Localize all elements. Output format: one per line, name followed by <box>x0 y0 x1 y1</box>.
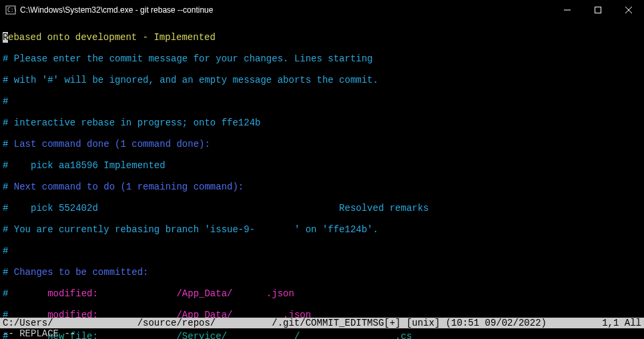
status-position: 1,1 All <box>602 318 641 328</box>
comment-text: with '#' will be ignored, and an empty m… <box>8 75 378 85</box>
comment-marker: # <box>3 96 641 107</box>
vim-mode-line: -- REPLACE -- <box>0 328 644 339</box>
terminal-content[interactable]: Rebased onto development - Implemented #… <box>0 20 644 339</box>
window-titlebar: C:\ C:\Windows\System32\cmd.exe - git re… <box>0 0 644 20</box>
close-button[interactable] <box>613 0 644 20</box>
file-status-modified: modified: /App_Data/ .json <box>47 288 294 299</box>
svg-text:C:\: C:\ <box>7 7 16 13</box>
comment-marker: # <box>3 288 47 299</box>
last-command-header: Last command done (1 command done): <box>8 139 210 149</box>
comment-text: Please enter the commit message for your… <box>8 53 372 64</box>
commit-message-line: ebased onto development - Implemented <box>8 32 216 43</box>
window-title: C:\Windows\System32\cmd.exe - git rebase… <box>20 5 552 15</box>
window-controls <box>552 0 644 20</box>
changes-header: Changes to be committed: <box>8 267 148 278</box>
vim-status-line: C:/Users/ /source/repos/ /.git/COMMIT_ED… <box>0 318 644 328</box>
maximize-button[interactable] <box>583 0 613 20</box>
pick-command: pick 552402d Resolved remarks <box>8 203 428 214</box>
comment-marker: # <box>3 246 641 256</box>
cursor: R <box>3 32 8 43</box>
next-command-header: Next command to do (1 remaining command)… <box>8 182 244 192</box>
svg-rect-3 <box>595 7 601 13</box>
rebase-branch-info: You are currently rebasing branch 'issue… <box>8 224 378 235</box>
cmd-icon: C:\ <box>5 5 16 15</box>
pick-command: pick aa18596 Implemented <box>8 160 165 171</box>
rebase-progress: interactive rebase in progress; onto ffe… <box>8 117 260 128</box>
minimize-button[interactable] <box>552 0 583 20</box>
status-file-path: C:/Users/ /source/repos/ /.git/COMMIT_ED… <box>3 318 547 328</box>
